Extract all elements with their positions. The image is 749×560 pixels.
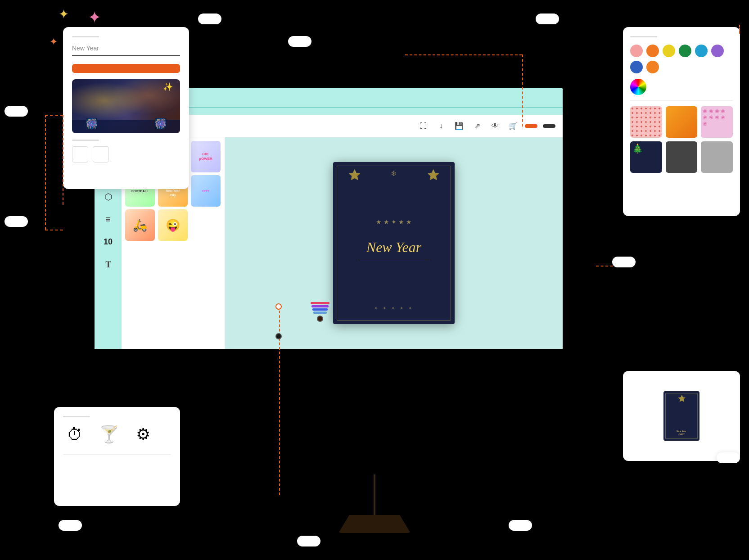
bg-manager-connector [739,25,740,34]
texture-dark-blue[interactable] [630,141,662,173]
printing-divider [63,454,171,455]
firework-icon-3: ✨ [163,82,173,92]
color-swatch-pink[interactable] [630,45,643,57]
shapes-icon: ⬡ [104,191,112,202]
texture-pink-flowers[interactable] [701,106,733,138]
bleed-cut-dot-bottom [275,333,282,339]
star-decoration-2: ✦ [88,8,101,27]
color-swatch-lightblue[interactable] [695,45,708,57]
ai-panel-input-label: New Year [72,45,180,52]
bleed-cut-safe-line-label [297,536,320,546]
firework-icon-2: 🎆 [154,118,167,130]
artwork-item-7[interactable]: 🛵 [125,209,155,241]
pricing-connector-v [522,54,523,126]
stand-base [338,515,411,533]
engrave-icon: 🍸 [97,423,121,446]
sidebar-shapes-icon[interactable]: ⬡ [100,189,116,205]
poster-bottom-deco: ✦ ✦ ✦ ✦ ✦ [374,306,413,311]
poster-divider [357,260,430,260]
color-swatch-orange[interactable] [646,45,659,57]
color-layer-3 [312,308,328,311]
gradient-color-picker[interactable] [630,79,646,95]
ai-checkbox-2[interactable] [93,146,109,163]
ai-connector-h2 [45,230,63,230]
artwork-item-6[interactable]: CITY [191,175,221,207]
download-button[interactable]: ↓ [435,120,447,132]
ready-artworks-label [5,216,28,227]
color-layer-4 [313,312,327,314]
sidebar-text-icon[interactable]: 𝐓 [100,256,116,272]
embroidery-item[interactable]: ⏱ [63,423,86,449]
color-swatch-yellow[interactable] [663,45,675,57]
artwork-item-8[interactable]: 😜 [158,209,188,241]
layers-connector-dot [317,316,323,322]
canvas-resize-label [509,520,532,531]
texture-orange[interactable] [666,106,698,138]
stand-pole [374,474,375,515]
fullscreen-button[interactable]: ⛶ [417,120,429,132]
ai-panel: New Year 🎆 🎆 ✨ [63,27,189,189]
sidebar-number-icon[interactable]: 10 [100,234,116,250]
ai-panel-divider [72,36,99,37]
color-swatch-green[interactable] [679,45,691,57]
group-lock-objects-label [612,257,636,267]
printing-methods-card: ⏱ 🍸 ⚙ [54,407,180,506]
firework-icon-1: 🎆 [86,118,98,130]
add-button[interactable] [543,124,555,128]
bleed-cut-dot-top [275,303,282,310]
color-swatch-darkorange[interactable] [646,61,659,73]
background-manager-label [536,14,559,24]
price-button[interactable] [525,124,537,128]
cart-button[interactable]: 🛒 [507,120,519,132]
star-decoration-3: ✦ [50,36,58,48]
color-layer-1 [311,302,329,304]
printing-icons-row: ⏱ 🍸 ⚙ [63,423,171,449]
color-layer-2 [311,305,329,307]
engrave-item[interactable]: 🍸 [97,423,121,449]
ai-connector-v2 [45,115,46,230]
template-preview[interactable]: New YearParty ⭐ [663,391,699,441]
template-preview-deco: ⭐ [663,395,699,402]
poster-star-row: ★ ★ ✦ ★ ★ [376,218,412,226]
texture-dark-gray[interactable] [666,141,698,173]
ai-checkbox-1[interactable] [72,146,88,163]
pricing-connector-h [405,54,522,55]
poster-card: ⭐ ❄ ⭐ ★ ★ ✦ ★ ★ New Year ✦ ✦ ✦ ✦ ✦ [333,162,455,324]
printing-methods-label [59,520,82,531]
dynamic-pricing-label [288,36,311,47]
texture-light-gray[interactable] [701,141,733,173]
sidebar-layers-icon[interactable]: ≡ [100,211,116,227]
share-button[interactable]: ⇗ [471,120,483,132]
texture-pink-dots[interactable] [630,106,662,138]
monitor-stand [338,474,411,533]
layers-icon: ≡ [105,214,111,225]
template-preview-text: New YearParty [663,430,699,435]
color-swatches [630,45,733,73]
poster-decorations: ⭐ ❄ ⭐ [333,169,455,181]
templates-card: New YearParty ⭐ [623,371,740,461]
ai-connector-v [63,115,63,205]
offset-item[interactable]: ⚙ [131,423,155,449]
color-layers [311,302,329,322]
ai-panel-divider-2 [72,140,99,141]
ai-panel-checkboxes [72,146,180,163]
bg-swatches-divider [630,100,733,101]
ai-panel-underline [72,55,180,56]
color-swatch-blue[interactable] [630,61,643,73]
offset-icon: ⚙ [131,423,155,446]
poster-title: New Year [366,239,421,255]
canvas-area: ⭐ ❄ ⭐ ★ ★ ✦ ★ ★ New Year ✦ ✦ ✦ ✦ ✦ [225,137,563,349]
ai-powered-label [5,106,28,117]
embroidery-icon: ⏱ [63,423,86,446]
star-decoration-1: ✦ [59,7,69,22]
preview-button[interactable]: 👁 [489,120,501,132]
artwork-item-3[interactable]: ciRLpOWER [191,141,221,172]
bg-manager-line [630,36,657,37]
layer-management-label [198,14,221,24]
texture-grid [630,106,733,173]
ai-image-preview: 🎆 🎆 ✨ [72,79,180,133]
generate-ai-image-button[interactable] [72,64,180,73]
ready-to-use-templates-label [717,452,740,463]
save-button[interactable]: 💾 [453,120,465,132]
color-swatch-purple[interactable] [711,45,724,57]
